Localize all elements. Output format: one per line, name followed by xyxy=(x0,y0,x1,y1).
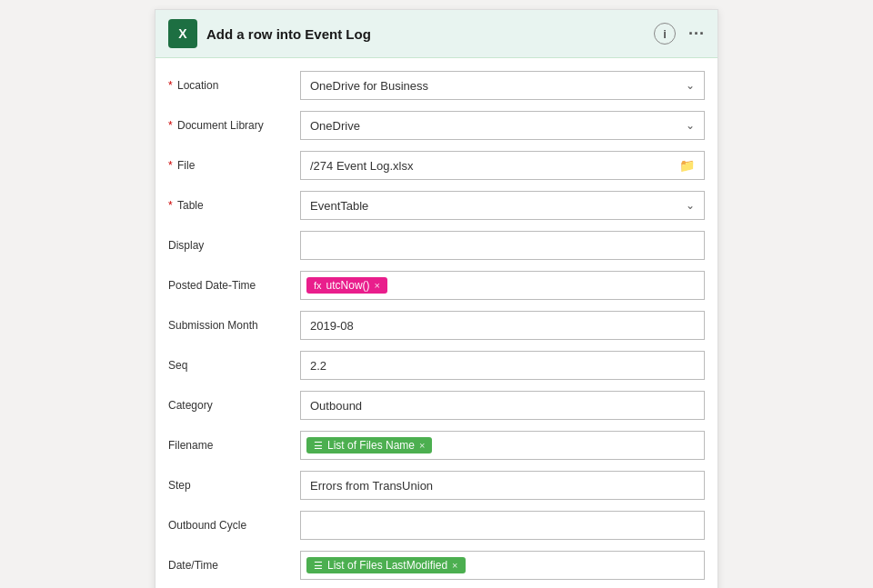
chevron-down-icon: ⌄ xyxy=(686,199,695,212)
form-row-location: * LocationOneDrive for Business⌄ xyxy=(156,65,717,105)
control-filename: ☰List of Files Name× xyxy=(300,431,705,460)
label-file: * File xyxy=(168,159,300,172)
token-field-filename[interactable]: ☰List of Files Name× xyxy=(300,431,705,460)
list-icon: ☰ xyxy=(314,560,323,572)
text-input-submission_month[interactable]: 2019-08 xyxy=(300,311,705,340)
control-location: OneDrive for Business⌄ xyxy=(300,71,705,100)
token-label-posted_date_time: utcNow() xyxy=(326,279,370,292)
form-row-submission_month: Submission Month2019-08 xyxy=(156,305,717,345)
control-date_time: ☰List of Files LastModified× xyxy=(300,551,705,580)
app-container: X Add a row into Event Log i ··· * Locat… xyxy=(155,9,718,588)
dropdown-value-location: OneDrive for Business xyxy=(310,79,428,93)
dropdown-location[interactable]: OneDrive for Business⌄ xyxy=(300,71,705,100)
token-filename: ☰List of Files Name× xyxy=(306,437,432,453)
required-star: * xyxy=(168,159,176,172)
info-button[interactable]: i xyxy=(654,23,676,45)
token-label-date_time: List of Files LastModified xyxy=(327,559,447,572)
form-row-step: StepErrors from TransUnion xyxy=(156,465,717,505)
required-star: * xyxy=(168,79,176,92)
control-seq: 2.2 xyxy=(300,351,705,380)
list-icon: ☰ xyxy=(314,440,323,452)
form-row-posted_date_time: Posted Date-TimefxutcNow()× xyxy=(156,265,717,305)
chevron-down-icon: ⌄ xyxy=(686,79,695,92)
control-submission_month: 2019-08 xyxy=(300,311,705,340)
control-outbound_cycle xyxy=(300,511,705,540)
control-display xyxy=(300,231,705,260)
control-document_library: OneDrive⌄ xyxy=(300,111,705,140)
text-input-seq[interactable]: 2.2 xyxy=(300,351,705,380)
form-row-outbound_cycle: Outbound Cycle xyxy=(156,505,717,545)
text-input-step[interactable]: Errors from TransUnion xyxy=(300,471,705,500)
form-row-date_time: Date/Time☰List of Files LastModified× xyxy=(156,545,717,585)
control-step: Errors from TransUnion xyxy=(300,471,705,500)
dropdown-document_library[interactable]: OneDrive⌄ xyxy=(300,111,705,140)
text-input-category[interactable]: Outbound xyxy=(300,391,705,420)
more-options-button[interactable]: ··· xyxy=(688,25,705,44)
token-date_time: ☰List of Files LastModified× xyxy=(306,557,466,573)
label-posted_date_time: Posted Date-Time xyxy=(168,279,300,292)
form-row-document_library: * Document LibraryOneDrive⌄ xyxy=(156,105,717,145)
excel-icon: X xyxy=(168,19,197,48)
function-icon: fx xyxy=(314,280,322,291)
token-field-posted_date_time[interactable]: fxutcNow()× xyxy=(300,271,705,300)
label-seq: Seq xyxy=(168,359,300,372)
required-star: * xyxy=(168,119,176,132)
label-document_library: * Document Library xyxy=(168,119,300,132)
file-field-file[interactable]: /274 Event Log.xlsx📁 xyxy=(300,151,705,180)
dropdown-value-document_library: OneDrive xyxy=(310,119,360,133)
token-close-button[interactable]: × xyxy=(452,560,457,571)
text-input-display[interactable] xyxy=(300,231,705,260)
header-icons: i ··· xyxy=(654,23,705,45)
header: X Add a row into Event Log i ··· xyxy=(156,10,717,58)
token-posted_date_time: fxutcNow()× xyxy=(306,277,387,294)
excel-label: X xyxy=(178,26,186,41)
token-close-button[interactable]: × xyxy=(419,440,425,451)
label-filename: Filename xyxy=(168,439,300,452)
form-row-seq: Seq2.2 xyxy=(156,345,717,385)
control-table: EventTable⌄ xyxy=(300,191,705,220)
form-row-table: * TableEventTable⌄ xyxy=(156,185,717,225)
text-input-outbound_cycle[interactable] xyxy=(300,511,705,540)
file-value-file: /274 Event Log.xlsx xyxy=(310,159,413,173)
label-table: * Table xyxy=(168,199,300,212)
form-row-file: * File/274 Event Log.xlsx📁 xyxy=(156,145,717,185)
token-field-date_time[interactable]: ☰List of Files LastModified× xyxy=(300,551,705,580)
dialog-title: Add a row into Event Log xyxy=(206,26,645,42)
form-row-display: Display xyxy=(156,225,717,265)
required-star: * xyxy=(168,199,176,212)
token-label-filename: List of Files Name xyxy=(327,439,415,452)
control-file: /274 Event Log.xlsx📁 xyxy=(300,151,705,180)
control-posted_date_time: fxutcNow()× xyxy=(300,271,705,300)
label-date_time: Date/Time xyxy=(168,559,300,572)
label-outbound_cycle: Outbound Cycle xyxy=(168,519,300,532)
dropdown-table[interactable]: EventTable⌄ xyxy=(300,191,705,220)
label-category: Category xyxy=(168,399,300,412)
label-submission_month: Submission Month xyxy=(168,319,300,332)
form-row-filename: Filename☰List of Files Name× xyxy=(156,425,717,465)
label-location: * Location xyxy=(168,79,300,92)
chevron-down-icon: ⌄ xyxy=(686,119,695,132)
control-category: Outbound xyxy=(300,391,705,420)
label-step: Step xyxy=(168,479,300,492)
form-row-category: CategoryOutbound xyxy=(156,385,717,425)
folder-icon: 📁 xyxy=(679,158,695,173)
token-close-button[interactable]: × xyxy=(375,280,380,291)
form-body: * LocationOneDrive for Business⌄* Docume… xyxy=(156,58,717,588)
label-display: Display xyxy=(168,239,300,252)
dropdown-value-table: EventTable xyxy=(310,199,368,213)
